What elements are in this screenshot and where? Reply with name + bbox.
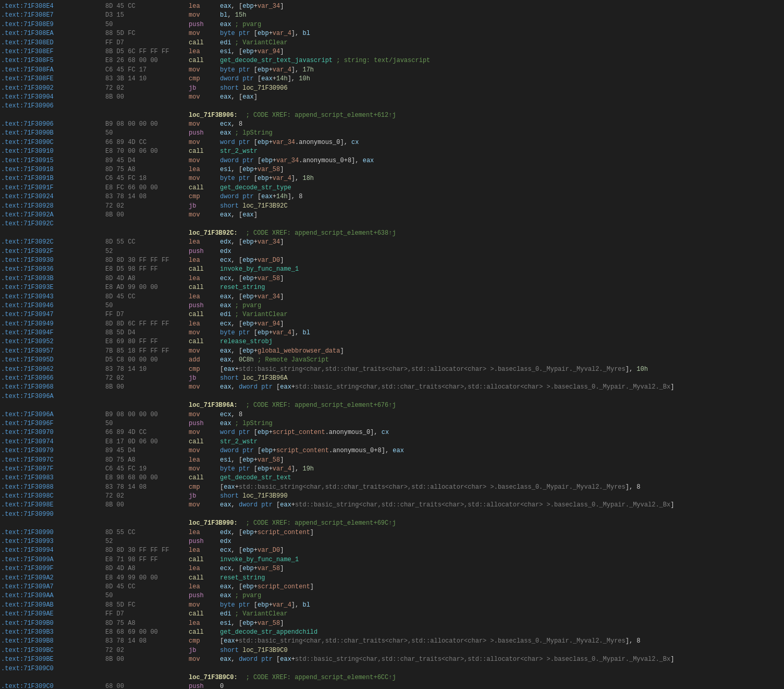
mnemonic: call	[189, 310, 220, 319]
code-line: .text:71F309438D 45 CCleaeax, [ebp+var_3…	[0, 293, 784, 301]
label-line: loc_71F3B906:; CODE XREF: append_script_…	[0, 111, 784, 120]
label-indent	[1, 519, 189, 528]
code-line: .text:71F309188D 75 A8leaesi, [ebp+var_5…	[0, 165, 784, 174]
address: .text:71F3091B	[1, 174, 105, 183]
mnemonic: cmp	[189, 75, 220, 83]
address: .text:71F308EF	[1, 47, 105, 56]
mnemonic: mov	[189, 120, 220, 129]
code-line: .text:71F3092C	[0, 220, 784, 228]
operands: release_strobj	[220, 337, 783, 346]
operands: byte ptr [ebp+var_4], bl	[220, 601, 783, 610]
mnemonic: mov	[189, 601, 220, 610]
mnemonic: lea	[189, 165, 220, 174]
code-line: .text:71F309BC72 02jbshort loc_71F3B9C0	[0, 646, 784, 655]
code-line: .text:71F308EDFF D7calledi ; VariantClea…	[0, 39, 784, 47]
operands: eax, dword ptr [eax+std::basic_string<ch…	[220, 501, 783, 510]
bytes: B9 08 00 00 00	[105, 120, 189, 129]
operands: byte ptr [ebp+var_4], bl	[220, 329, 783, 337]
code-line: .text:71F3096672 02jbshort loc_71F3B96A	[0, 374, 784, 383]
bytes: 66 89 4D CC	[105, 428, 189, 437]
mnemonic: mov	[189, 347, 220, 356]
operands: eax, [ebp+var_34]	[220, 2, 783, 11]
code-line: .text:71F3090C66 89 4D CCmovword ptr [eb…	[0, 138, 784, 147]
label-line: loc_71F3B92C:; CODE XREF: append_script_…	[0, 229, 784, 238]
bytes: E8 FC 66 00 00	[105, 184, 189, 192]
mnemonic: jb	[189, 646, 220, 655]
address: .text:71F309B8	[1, 637, 105, 646]
bytes: 88 5D FC	[105, 601, 189, 610]
xref-comment: ; CODE XREF: append_script_element+612↑j	[246, 111, 396, 120]
bytes: E8 68 69 00 00	[105, 628, 189, 637]
code-line: .text:71F3094650pusheax ; pvarg	[0, 301, 784, 310]
mnemonic: lea	[189, 256, 220, 265]
address: .text:71F30906	[1, 120, 105, 129]
mnemonic: call	[189, 56, 220, 65]
bytes: 72 02	[105, 492, 189, 501]
operands: dword ptr [ebp+script_content.anonymous_…	[220, 446, 783, 455]
mnemonic: call	[189, 574, 220, 583]
operands: get_decode_str_type	[220, 184, 783, 192]
operands: get_decode_str_text	[220, 474, 783, 482]
operands: eax ; pvarg	[220, 20, 783, 29]
bytes: 8B 00	[105, 383, 189, 392]
operands: ecx, 8	[220, 120, 783, 129]
address: .text:71F30968	[1, 383, 105, 392]
bytes: E8 71 98 FF FF	[105, 555, 189, 564]
operands: invoke_by_func_name_1	[220, 555, 783, 564]
bytes: 8B 00	[105, 211, 189, 220]
mnemonic: call	[189, 147, 220, 156]
mnemonic: call	[189, 283, 220, 292]
bytes: 89 45 D4	[105, 446, 189, 455]
code-line: .text:71F3092C8D 55 CCleaedx, [ebp+var_3…	[0, 238, 784, 247]
code-line: .text:71F30906B9 08 00 00 00movecx, 8	[0, 120, 784, 129]
bytes: 83 78 14 08	[105, 192, 189, 201]
address: .text:71F309AB	[1, 601, 105, 610]
mnemonic: lea	[189, 47, 220, 56]
address: .text:71F309AA	[1, 591, 105, 600]
bytes: 72 02	[105, 646, 189, 655]
mnemonic: mov	[189, 29, 220, 38]
operands: ecx, 8	[220, 410, 783, 419]
mnemonic: mov	[189, 11, 220, 20]
code-line: .text:71F309308D 8D 30 FF FF FFleaecx, […	[0, 256, 784, 265]
bytes: 8D 55 CC	[105, 238, 189, 247]
address: .text:71F3090C	[1, 138, 105, 147]
operands: eax, dword ptr [eax+std::basic_string<ch…	[220, 655, 783, 664]
disassembly-view: .text:71F308E48D 45 CCleaeax, [ebp+var_3…	[0, 0, 784, 689]
comment: ; pvarg	[231, 21, 262, 28]
code-line: .text:71F30990	[0, 510, 784, 519]
address: .text:71F30990	[1, 528, 105, 537]
operands: eax, 0C8h ; Remote JavaScript	[220, 356, 783, 365]
mnemonic: mov	[189, 501, 220, 510]
operands: eax, [ebp+script_content]	[220, 583, 783, 591]
address: .text:71F3095D	[1, 356, 105, 365]
code-line: .text:71F309B3E8 68 69 00 00callget_deco…	[0, 628, 784, 637]
operands: get_decode_str_text_javascript ; string:…	[220, 56, 783, 65]
code-line: .text:71F308E950pusheax ; pvarg	[0, 20, 784, 29]
operands: eax ; pvarg	[220, 591, 783, 600]
code-line: .text:71F3097989 45 D4movdword ptr [ebp+…	[0, 446, 784, 455]
code-line: .text:71F3097066 89 4D CCmovword ptr [eb…	[0, 428, 784, 437]
operands: edi ; VariantClear	[220, 610, 783, 619]
address: .text:71F309A7	[1, 583, 105, 591]
code-line: .text:71F30906	[0, 102, 784, 111]
mnemonic: mov	[189, 138, 220, 147]
comment: ; pvarg	[231, 592, 262, 599]
operands: byte ptr [ebp+var_4], 18h	[220, 174, 783, 183]
code-line: .text:71F308EF8B D5 6C FF FF FFleaesi, […	[0, 47, 784, 56]
bytes: 89 45 D4	[105, 156, 189, 165]
mnemonic: call	[189, 610, 220, 619]
code-line: .text:71F309C068 00push0	[0, 682, 784, 689]
code-line: .text:71F308FAC6 45 FC 17movbyte ptr [eb…	[0, 66, 784, 75]
operands: eax ; lpString	[220, 129, 783, 138]
mnemonic: mov	[189, 329, 220, 337]
operands: short loc_71F30906	[220, 84, 783, 93]
mnemonic: push	[189, 591, 220, 600]
bytes: 52	[105, 537, 189, 546]
label-name: loc_71F3B990:	[189, 519, 238, 528]
mnemonic: lea	[189, 528, 220, 537]
code-line: .text:71F3096F50pusheax ; lpString	[0, 419, 784, 428]
code-line: .text:71F3096A	[0, 392, 784, 401]
address: .text:71F30915	[1, 156, 105, 165]
label-name: loc_71F3B96A:	[189, 401, 238, 410]
